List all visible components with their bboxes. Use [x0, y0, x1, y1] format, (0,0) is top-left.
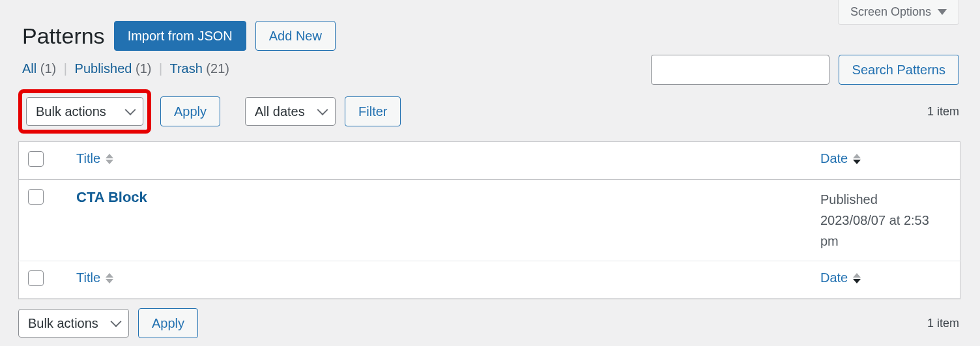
bulk-actions-select-bottom[interactable]: Bulk actions [18, 309, 129, 338]
bulk-actions-select[interactable]: Bulk actions [26, 97, 143, 126]
search-button[interactable]: Search Patterns [839, 55, 959, 85]
patterns-table: Title Date [18, 141, 960, 299]
filter-all-count: (1) [40, 61, 56, 76]
select-all-checkbox[interactable] [28, 151, 44, 167]
chevron-down-icon [938, 9, 947, 15]
column-title-label: Title [76, 270, 100, 285]
sort-icon [106, 273, 113, 283]
item-count-bottom: 1 item [927, 317, 959, 330]
row-title-link[interactable]: CTA Block [76, 189, 147, 205]
row-status: Published [820, 192, 878, 207]
import-json-button[interactable]: Import from JSON [114, 21, 246, 51]
apply-bulk-button-bottom[interactable]: Apply [138, 308, 198, 338]
row-date: 2023/08/07 at 2:53 pm [820, 213, 929, 248]
column-title-sort-footer[interactable]: Title [76, 270, 113, 285]
search-area: Search Patterns [651, 55, 959, 85]
row-checkbox[interactable] [28, 189, 44, 205]
sort-icon [853, 154, 861, 164]
screen-options-label: Screen Options [850, 5, 931, 19]
row-date-cell: Published 2023/08/07 at 2:53 pm [811, 180, 960, 261]
page-title: Patterns [22, 23, 105, 49]
column-date-label: Date [820, 151, 848, 166]
date-filter-select[interactable]: All dates [245, 97, 336, 126]
screen-options-button[interactable]: Screen Options [838, 0, 959, 25]
filter-all-link[interactable]: All [22, 61, 36, 76]
add-new-button[interactable]: Add New [255, 21, 336, 51]
separator: | [159, 61, 162, 76]
filter-trash-link[interactable]: Trash [169, 61, 202, 76]
tablenav-bottom: Bulk actions Apply 1 item [0, 299, 980, 346]
apply-bulk-button[interactable]: Apply [160, 96, 220, 126]
column-date-label: Date [820, 270, 848, 285]
filter-published-count: (1) [136, 61, 151, 76]
filter-trash-count: (21) [206, 61, 229, 76]
search-input[interactable] [651, 55, 829, 85]
bulk-actions-highlight: Bulk actions [18, 89, 151, 134]
filter-published-link[interactable]: Published [75, 61, 132, 76]
filter-button[interactable]: Filter [345, 96, 401, 126]
column-title-sort[interactable]: Title [76, 151, 113, 166]
column-date-sort[interactable]: Date [820, 151, 861, 166]
select-all-checkbox-footer[interactable] [28, 270, 44, 286]
column-date-sort-footer[interactable]: Date [820, 270, 861, 285]
table-row: CTA Block Published 2023/08/07 at 2:53 p… [19, 180, 960, 261]
page-header: Patterns Import from JSON Add New [0, 0, 980, 61]
sort-icon [106, 154, 113, 164]
item-count-top: 1 item [927, 105, 959, 119]
tablenav-top: Bulk actions Apply All dates Filter 1 it… [0, 85, 980, 141]
sort-icon [853, 273, 861, 283]
separator: | [64, 61, 67, 76]
column-title-label: Title [76, 151, 100, 166]
